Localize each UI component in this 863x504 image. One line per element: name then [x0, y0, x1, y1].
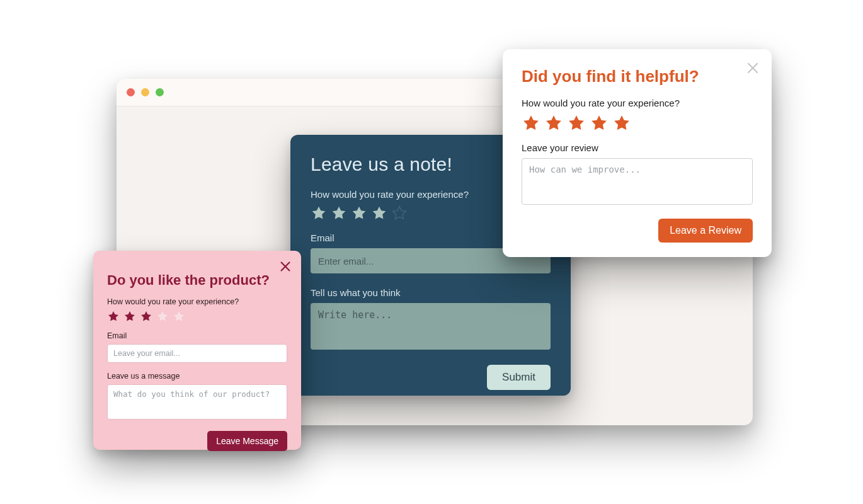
- white-star-rating[interactable]: [522, 113, 753, 132]
- close-icon[interactable]: [278, 260, 292, 273]
- pink-star-rating[interactable]: [107, 310, 287, 323]
- star-icon[interactable]: [612, 113, 631, 132]
- star-icon[interactable]: [311, 205, 327, 221]
- star-icon[interactable]: [391, 205, 408, 221]
- star-icon[interactable]: [522, 113, 540, 132]
- star-icon[interactable]: [567, 113, 586, 132]
- white-rating-label: How would you rate your experience?: [522, 98, 753, 108]
- star-icon[interactable]: [173, 310, 185, 323]
- white-review-textarea[interactable]: [522, 158, 753, 205]
- navy-message-textarea[interactable]: [311, 303, 551, 350]
- star-icon[interactable]: [123, 310, 136, 323]
- pink-message-label: Leave us a message: [107, 372, 287, 381]
- feedback-card-pink: Do you like the product? How would you r…: [93, 251, 301, 450]
- feedback-card-white: Did you find it helpful? How would you r…: [503, 49, 772, 257]
- star-icon[interactable]: [107, 310, 120, 323]
- pink-message-textarea[interactable]: [107, 384, 287, 420]
- star-icon[interactable]: [371, 205, 387, 221]
- navy-submit-button[interactable]: Submit: [487, 365, 551, 390]
- close-icon[interactable]: [745, 60, 760, 76]
- star-icon[interactable]: [544, 113, 563, 132]
- star-icon[interactable]: [590, 113, 609, 132]
- star-icon[interactable]: [156, 310, 169, 323]
- star-icon[interactable]: [140, 310, 152, 323]
- navy-message-label: Tell us what you think: [311, 287, 551, 298]
- traffic-lights: [127, 88, 164, 96]
- white-submit-button[interactable]: Leave a Review: [658, 219, 753, 243]
- pink-email-label: Email: [107, 331, 287, 340]
- pink-rating-label: How would you rate your experience?: [107, 297, 287, 306]
- pink-submit-button[interactable]: Leave Message: [207, 431, 287, 451]
- window-zoom-dot[interactable]: [156, 88, 164, 96]
- white-title: Did you find it helpful?: [522, 67, 753, 86]
- window-close-dot[interactable]: [127, 88, 135, 96]
- star-icon[interactable]: [351, 205, 367, 221]
- window-minimize-dot[interactable]: [141, 88, 149, 96]
- pink-email-input[interactable]: [107, 344, 287, 363]
- pink-title: Do you like the product?: [107, 272, 287, 289]
- white-review-label: Leave your review: [522, 142, 753, 153]
- star-icon[interactable]: [331, 205, 347, 221]
